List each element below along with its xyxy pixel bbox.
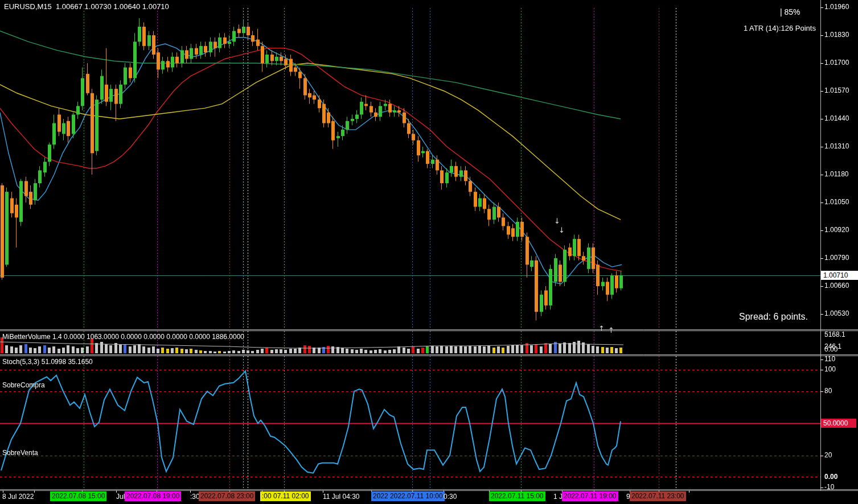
percent-indicator-label: | 85%: [780, 7, 800, 16]
price-axis-tick: 1.00790: [824, 254, 849, 262]
time-axis-label: 8 Jul 2022: [2, 493, 34, 501]
volume-indicator-label: MiBetterVolume 1.4 0.0000 1063.0000 0.00…: [2, 333, 244, 341]
price-axis-tick: 1.01180: [824, 170, 849, 178]
time-axis-label: 0:30: [444, 493, 457, 501]
price-axis-tick: 1.00660: [824, 282, 849, 290]
mt4-chart-window: EURUSD,M15 1.00667 1.00730 1.00640 1.007…: [0, 0, 858, 504]
stoch-zero-label: 0.00: [824, 473, 838, 481]
time-axis-label: :00 07.11 02:00: [260, 491, 311, 501]
oversold-label: SobreVenta: [2, 449, 38, 457]
stoch-axis-tick: 20: [824, 451, 832, 459]
stoch-axis-tick: 100: [824, 365, 836, 373]
price-axis-tick: 1.00530: [824, 309, 849, 317]
price-axis-tick: 1.01050: [824, 198, 849, 206]
price-axis-tick: 1.01700: [824, 59, 849, 67]
price-axis-tick: 1.01570: [824, 86, 849, 94]
time-axis-label: 2022 2022.07.11 10:00: [371, 491, 445, 501]
chart-symbol-title: EURUSD,M15 1.00667 1.00730 1.00640 1.007…: [4, 2, 169, 11]
stoch-axis-tick: 80: [824, 387, 832, 395]
time-axis-label: 2022.07.11 19:00: [562, 491, 618, 501]
time-axis-label: 2022.07.08 23:00: [199, 491, 255, 501]
price-axis-tick: 1.00920: [824, 226, 849, 234]
price-axis-tick: 1.01830: [824, 31, 849, 39]
stoch-indicator-label: Stoch(5,3,3) 51.0998 35.1650: [2, 358, 93, 366]
time-axis-label: 2022.07.11 23:00: [630, 491, 686, 501]
time-axis-label: 2022.07.11 15:00: [489, 491, 545, 501]
time-axis-label: Jul: [116, 493, 125, 501]
current-price-badge: 1.00710: [821, 271, 858, 280]
atr-indicator-label: 1 ATR (14):126 Points: [744, 24, 816, 32]
time-axis-label: 2022.07.08 15:00: [50, 491, 106, 501]
price-axis-tick: 1.01310: [824, 142, 849, 150]
volume-axis-max: 5168.1: [824, 331, 845, 338]
stoch-axis-tick: -10: [824, 483, 834, 491]
stoch-axis-tick: 110: [824, 355, 835, 363]
price-axis-tick: 1.01440: [824, 114, 849, 122]
overbought-label: SobreCompra: [2, 381, 45, 389]
time-axis-label: 11 Jul 04:30: [323, 493, 360, 501]
spread-label: Spread: 6 points.: [739, 312, 808, 322]
price-chart-canvas[interactable]: [0, 0, 858, 504]
stoch-mid-level-badge: 50.0000: [821, 419, 856, 428]
volume-axis-low: 0.00: [824, 345, 838, 353]
price-axis-tick: 1.01960: [824, 3, 849, 11]
time-axis-label: 2022.07.08 19:00: [125, 491, 181, 501]
